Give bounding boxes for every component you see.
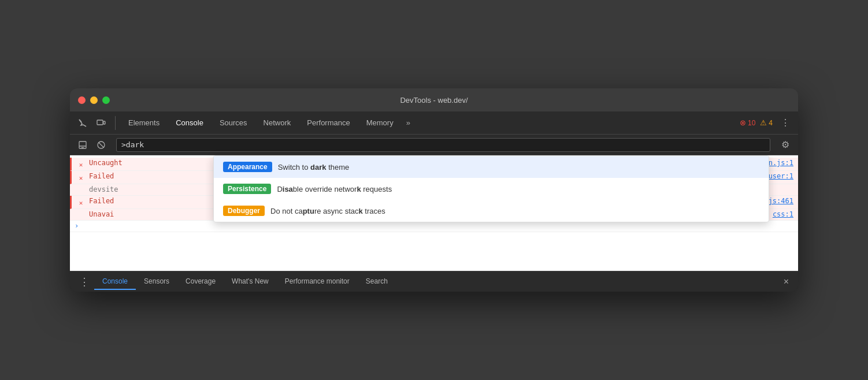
failed-text-2: Failed bbox=[89, 197, 114, 205]
bottom-tab-bar: ⋮ Console Sensors Coverage What's New Pe… bbox=[70, 271, 798, 292]
search-bar[interactable]: >dark bbox=[116, 138, 770, 152]
tag-debugger: Debugger bbox=[223, 206, 265, 216]
main-toolbar: Elements Console Sources Network Perform… bbox=[70, 111, 798, 135]
error-icon-3: ✕ bbox=[76, 198, 86, 207]
persistence-description: Disable override network requests bbox=[277, 185, 392, 193]
warning-count: 4 bbox=[769, 119, 773, 127]
failed-link-2[interactable]: js:461 bbox=[769, 197, 793, 205]
tab-elements[interactable]: Elements bbox=[121, 116, 166, 129]
devsite-text: devsite bbox=[89, 185, 118, 193]
warning-icon: ⚠ bbox=[760, 118, 767, 127]
failed-link-1[interactable]: user:1 bbox=[769, 172, 793, 180]
title-bar: DevTools - web.dev/ bbox=[70, 88, 798, 111]
window-title: DevTools - web.dev/ bbox=[400, 96, 468, 105]
svg-line-6 bbox=[99, 142, 104, 147]
unavail-text: Unavai bbox=[89, 210, 114, 218]
close-button[interactable] bbox=[78, 96, 86, 104]
bottom-tab-performance-monitor[interactable]: Performance monitor bbox=[277, 274, 358, 290]
device-toggle-icon[interactable] bbox=[93, 115, 109, 131]
settings-button[interactable]: ⚙ bbox=[777, 137, 793, 153]
traffic-lights bbox=[78, 96, 110, 104]
minimize-button[interactable] bbox=[90, 96, 98, 104]
tab-network[interactable]: Network bbox=[257, 116, 298, 129]
inspector-icon[interactable] bbox=[75, 115, 91, 131]
bottom-tab-search[interactable]: Search bbox=[358, 274, 396, 290]
more-options-button[interactable]: ⋮ bbox=[777, 116, 793, 129]
bottom-close-button[interactable]: × bbox=[779, 274, 793, 289]
svg-rect-0 bbox=[97, 120, 103, 125]
tab-console[interactable]: Console bbox=[169, 116, 210, 129]
tab-sources[interactable]: Sources bbox=[213, 116, 254, 129]
error-count: 10 bbox=[748, 119, 755, 127]
tab-performance[interactable]: Performance bbox=[300, 116, 357, 129]
warning-badge[interactable]: ⚠ 4 bbox=[760, 118, 773, 127]
autocomplete-dropdown: Appearance Switch to dark theme Persiste… bbox=[213, 155, 769, 222]
error-icon: ⊗ bbox=[740, 118, 746, 127]
divider-1 bbox=[115, 116, 116, 130]
error-icon-1: ✕ bbox=[76, 160, 86, 169]
unavail-link[interactable]: css:1 bbox=[773, 210, 793, 218]
block-icon[interactable] bbox=[93, 137, 109, 153]
prompt-chevron: › bbox=[75, 222, 79, 230]
console-prompt-line: › bbox=[70, 221, 798, 232]
autocomplete-item-persistence[interactable]: Persistence Disable override network req… bbox=[214, 178, 769, 200]
secondary-toolbar: >dark ⚙ Appearance Switch to dark theme … bbox=[70, 135, 798, 155]
failed-text-1: Failed bbox=[89, 172, 114, 180]
tab-memory[interactable]: Memory bbox=[359, 116, 400, 129]
drawer-toggle-icon[interactable] bbox=[75, 137, 91, 153]
appearance-description: Switch to dark theme bbox=[278, 163, 350, 172]
maximize-button[interactable] bbox=[102, 96, 110, 104]
uncaught-text: Uncaught bbox=[89, 159, 123, 167]
bottom-tab-console[interactable]: Console bbox=[94, 274, 136, 290]
toolbar-right: ⊗ 10 ⚠ 4 ⋮ bbox=[740, 116, 793, 129]
svg-rect-1 bbox=[103, 121, 105, 124]
error-badge[interactable]: ⊗ 10 bbox=[740, 118, 755, 127]
bottom-tab-coverage[interactable]: Coverage bbox=[177, 274, 224, 290]
search-query: >dark bbox=[121, 140, 144, 149]
more-tabs-button[interactable]: » bbox=[403, 116, 414, 129]
bottom-tab-whats-new[interactable]: What's New bbox=[224, 274, 277, 290]
bottom-menu-button[interactable]: ⋮ bbox=[75, 275, 94, 288]
bottom-tab-sensors[interactable]: Sensors bbox=[136, 274, 177, 290]
debugger-description: Do not capture async stack traces bbox=[270, 207, 385, 215]
tag-persistence: Persistence bbox=[223, 184, 271, 194]
error-icon-2: ✕ bbox=[76, 173, 86, 182]
devtools-window: DevTools - web.dev/ Elements Console Sou… bbox=[70, 88, 798, 292]
autocomplete-item-debugger[interactable]: Debugger Do not capture async stack trac… bbox=[214, 200, 769, 222]
autocomplete-item-appearance[interactable]: Appearance Switch to dark theme bbox=[214, 156, 769, 178]
tag-appearance: Appearance bbox=[223, 162, 272, 172]
